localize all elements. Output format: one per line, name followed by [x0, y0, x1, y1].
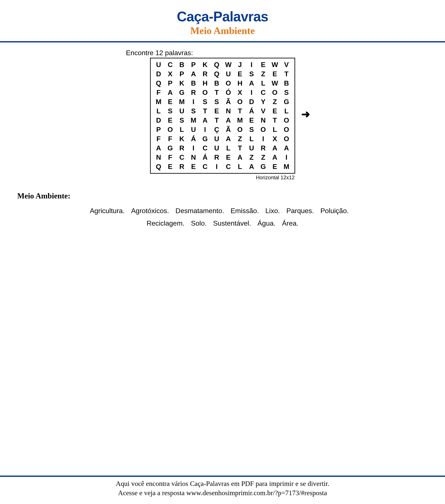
- grid-cell: U: [246, 144, 257, 153]
- grid-cell: F: [153, 134, 165, 144]
- grid-cell: A: [222, 134, 234, 144]
- grid-cell: Á: [246, 107, 257, 116]
- sub-title: Meio Ambiente: [0, 25, 445, 36]
- grid-cell: P: [188, 60, 199, 69]
- grid-cell: G: [176, 88, 188, 97]
- grid-cell: L: [176, 125, 188, 134]
- grid-cell: I: [211, 162, 222, 171]
- grid-cell: N: [188, 153, 199, 162]
- grid-cell: R: [176, 162, 188, 171]
- grid-cell: S: [211, 97, 222, 107]
- grid-cell: T: [199, 107, 211, 116]
- grid-cell: S: [165, 107, 176, 116]
- grid-cell: Ã: [222, 97, 234, 107]
- grid-cell: I: [246, 60, 257, 69]
- grid-cell: V: [257, 107, 269, 116]
- grid-cell: I: [246, 88, 257, 97]
- grid-cell: Q: [153, 162, 165, 171]
- grid-cell: T: [211, 116, 222, 125]
- word-item: Água.: [257, 219, 275, 227]
- grid-cell: O: [281, 116, 292, 125]
- grid-cell: R: [176, 144, 188, 153]
- grid-cell: N: [222, 107, 234, 116]
- grid-cell: R: [257, 144, 269, 153]
- grid-cell: Ó: [222, 88, 234, 97]
- grid-cell: C: [165, 60, 176, 69]
- grid-cell: V: [281, 60, 292, 69]
- grid-cell: O: [257, 125, 269, 134]
- word-item: Agrotóxicos.: [131, 207, 169, 215]
- grid-cell: C: [199, 144, 211, 153]
- grid-cell: B: [188, 79, 199, 88]
- grid-cell: A: [269, 153, 281, 162]
- grid-cell: E: [165, 116, 176, 125]
- content: Encontre 12 palavras: UCBPKQWJIEWVDXPARQ…: [0, 42, 445, 476]
- grid-cell: N: [257, 116, 269, 125]
- grid-cell: L: [269, 125, 281, 134]
- grid-cell: T: [234, 144, 246, 153]
- arrow-right-icon: ➜: [301, 108, 310, 120]
- grid-cell: K: [176, 134, 188, 144]
- grid-cell: I: [188, 144, 199, 153]
- grid-cell: Ã: [222, 125, 234, 134]
- word-item: Poluição.: [320, 207, 349, 215]
- word-item: Reciclagem.: [147, 219, 185, 227]
- grid-cell: K: [176, 79, 188, 88]
- grid-cell: E: [269, 162, 281, 171]
- grid-cell: A: [199, 116, 211, 125]
- grid-cell: T: [269, 116, 281, 125]
- grid-cell: U: [176, 107, 188, 116]
- grid-caption: Horizontal 12x12: [150, 175, 295, 180]
- grid-cell: B: [281, 79, 292, 88]
- word-item: Solo.: [191, 219, 207, 227]
- grid-cell: T: [234, 107, 246, 116]
- grid-cell: G: [257, 162, 269, 171]
- grid-cell: A: [222, 116, 234, 125]
- header: Caça-Palavras Meio Ambiente: [0, 0, 445, 38]
- grid-cell: E: [234, 69, 246, 79]
- grid-cell: A: [281, 144, 292, 153]
- grid-cell: S: [188, 107, 199, 116]
- word-item: Emissão.: [231, 207, 259, 215]
- grid-cell: A: [165, 88, 176, 97]
- word-item: Parques.: [286, 207, 314, 215]
- grid-cell: F: [165, 134, 176, 144]
- grid-cell: X: [165, 69, 176, 79]
- grid-cell: S: [176, 116, 188, 125]
- grid-cell: Z: [246, 153, 257, 162]
- grid-cell: O: [269, 88, 281, 97]
- grid-cell: D: [153, 116, 165, 125]
- grid-cell: O: [234, 125, 246, 134]
- grid-cell: A: [234, 153, 246, 162]
- grid-cell: R: [188, 88, 199, 97]
- grid-cell: W: [222, 60, 234, 69]
- grid-cell: O: [199, 88, 211, 97]
- grid-cell: C: [257, 88, 269, 97]
- grid-cell: Z: [257, 153, 269, 162]
- grid-cell: N: [153, 153, 165, 162]
- grid-cell: H: [234, 79, 246, 88]
- grid-cell: M: [281, 162, 292, 171]
- grid-cell: I: [281, 153, 292, 162]
- word-list: Agricultura.Agrotóxicos.Desmatamento.Emi…: [17, 205, 428, 230]
- word-item: Agricultura.: [90, 207, 125, 215]
- grid-cell: X: [234, 88, 246, 97]
- grid-cell: Z: [269, 97, 281, 107]
- grid-cell: S: [199, 97, 211, 107]
- grid-border: UCBPKQWJIEWVDXPARQUESZETQPKBHBOHALWBFAGR…: [150, 58, 295, 174]
- grid-cell: Y: [257, 97, 269, 107]
- grid-cell: F: [165, 153, 176, 162]
- grid-cell: C: [176, 153, 188, 162]
- grid-cell: X: [269, 134, 281, 144]
- grid-cell: Z: [257, 69, 269, 79]
- grid-cell: A: [246, 79, 257, 88]
- grid-cell: E: [257, 60, 269, 69]
- grid-cell: E: [165, 97, 176, 107]
- grid-cell: Ç: [211, 125, 222, 134]
- grid-cell: E: [188, 162, 199, 171]
- grid-cell: D: [246, 97, 257, 107]
- grid-cell: E: [246, 116, 257, 125]
- word-item: Área.: [282, 219, 298, 227]
- grid-cell: T: [281, 69, 292, 79]
- grid-cell: P: [176, 69, 188, 79]
